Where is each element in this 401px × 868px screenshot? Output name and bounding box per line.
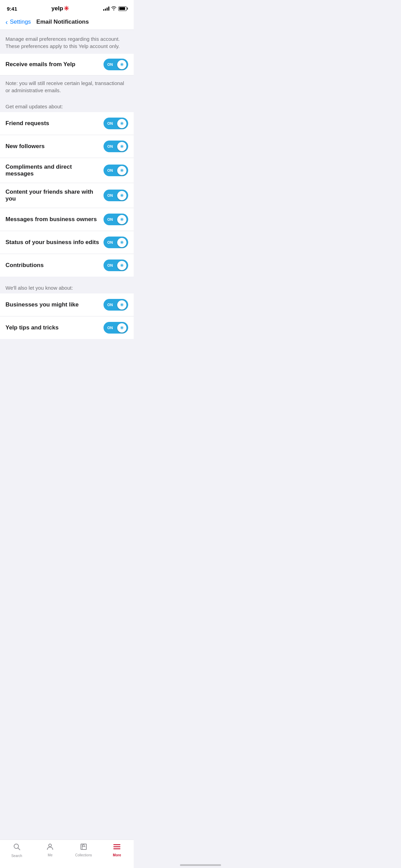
new-followers-toggle[interactable]: ON ✳ [104, 141, 128, 152]
email-updates-section: Friend requests ON ✳ New followers ON ✳ … [0, 112, 134, 277]
navigation-bar: ‹ Settings Email Notifications [0, 15, 134, 30]
receive-emails-label: Receive emails from Yelp [5, 61, 75, 68]
yelp-star-icon: ✳ [120, 240, 124, 245]
business-messages-toggle[interactable]: ON ✳ [104, 214, 128, 225]
yelp-burst-icon: ✳ [64, 5, 69, 12]
status-time: 9:41 [7, 6, 17, 12]
compliments-label: Compliments and direct messages [5, 164, 104, 177]
yelp-star-icon: ✳ [120, 193, 124, 198]
friend-requests-label: Friend requests [5, 120, 104, 127]
toggle-state-0: ON [107, 121, 113, 125]
yelp-star-icon: ✳ [120, 325, 124, 330]
receive-emails-toggle[interactable]: ON ✳ [104, 59, 128, 70]
also-section: Businesses you might like ON ✳ Yelp tips… [0, 293, 134, 339]
businesses-like-label: Businesses you might like [5, 301, 104, 308]
yelp-star-icon: ✳ [120, 168, 124, 173]
businesses-like-toggle[interactable]: ON ✳ [104, 299, 128, 311]
businesses-like-row: Businesses you might like ON ✳ [0, 293, 134, 316]
toggle-yelp-icon: ✳ [120, 62, 124, 67]
business-info-row: Status of your business info edits ON ✳ [0, 231, 134, 254]
toggle-state-2: ON [107, 168, 113, 172]
new-followers-row: New followers ON ✳ [0, 135, 134, 158]
wifi-icon [111, 6, 117, 11]
toggle-state-4: ON [107, 217, 113, 221]
yelp-star-icon: ✳ [120, 144, 124, 149]
tips-tricks-toggle[interactable]: ON ✳ [104, 322, 128, 334]
toggle-state-1: ON [107, 144, 113, 148]
business-info-toggle[interactable]: ON ✳ [104, 237, 128, 248]
toggle-state-6: ON [107, 263, 113, 267]
receive-emails-row: Receive emails from Yelp ON ✳ [0, 54, 134, 75]
note-text: Note: you will still receive certain leg… [0, 75, 134, 98]
battery-icon [118, 7, 127, 11]
app-logo: yelp ✳ [51, 5, 69, 12]
yelp-star-icon: ✳ [120, 121, 124, 126]
tips-tricks-row: Yelp tips and tricks ON ✳ [0, 316, 134, 339]
back-button[interactable]: ‹ Settings [5, 19, 31, 25]
toggle-on-text: ON [107, 62, 113, 67]
status-bar: 9:41 yelp ✳ [0, 0, 134, 15]
new-followers-label: New followers [5, 143, 104, 150]
content-area: Manage email preferences regarding this … [0, 30, 134, 367]
friend-requests-row: Friend requests ON ✳ [0, 112, 134, 135]
business-messages-label: Messages from business owners [5, 216, 104, 223]
friend-requests-toggle[interactable]: ON ✳ [104, 118, 128, 129]
business-info-label: Status of your business info edits [5, 239, 104, 246]
yelp-star-icon: ✳ [120, 217, 124, 222]
toggle-state-8: ON [107, 326, 113, 330]
toggle-state-7: ON [107, 303, 113, 307]
compliments-toggle[interactable]: ON ✳ [104, 165, 128, 176]
friend-content-toggle[interactable]: ON ✳ [104, 190, 128, 201]
friend-content-row: Content your friends share with you ON ✳ [0, 183, 134, 208]
contributions-label: Contributions [5, 262, 104, 269]
yelp-star-icon: ✳ [120, 263, 124, 268]
also-header: We'll also let you know about: [0, 279, 134, 293]
updates-header: Get email updates about: [0, 98, 134, 112]
friend-content-label: Content your friends share with you [5, 189, 104, 202]
back-label: Settings [10, 19, 31, 25]
intro-description: Manage email preferences regarding this … [0, 30, 134, 54]
page-title: Email Notifications [36, 19, 89, 25]
yelp-star-icon: ✳ [120, 302, 124, 308]
tips-tricks-label: Yelp tips and tricks [5, 324, 104, 331]
contributions-toggle[interactable]: ON ✳ [104, 260, 128, 271]
compliments-row: Compliments and direct messages ON ✳ [0, 158, 134, 183]
signal-icon [103, 7, 109, 11]
yelp-wordmark: yelp [51, 5, 63, 12]
toggle-thumb: ✳ [117, 60, 126, 69]
business-messages-row: Messages from business owners ON ✳ [0, 208, 134, 231]
toggle-state-3: ON [107, 193, 113, 197]
toggle-state-5: ON [107, 240, 113, 244]
back-chevron-icon: ‹ [5, 19, 8, 25]
contributions-row: Contributions ON ✳ [0, 254, 134, 277]
status-icons [103, 6, 127, 11]
